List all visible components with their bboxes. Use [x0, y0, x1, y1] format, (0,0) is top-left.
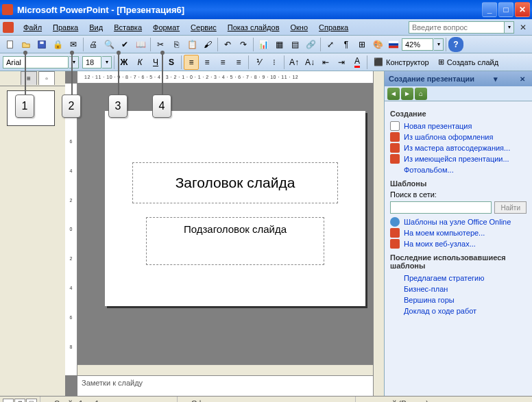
outline-tab[interactable]: ≡: [21, 71, 37, 85]
align-center-icon[interactable]: ≡: [200, 55, 215, 70]
align-left-icon[interactable]: ≡: [184, 55, 199, 70]
designer-button[interactable]: ⬛Конструктор: [370, 55, 433, 70]
tables-borders-icon[interactable]: ▤: [287, 37, 302, 52]
vertical-scrollbar[interactable]: [373, 71, 384, 396]
nav-back-icon[interactable]: ◄: [387, 88, 400, 100]
link-from-existing[interactable]: Из имеющейся презентации...: [390, 153, 527, 164]
slide-canvas[interactable]: Заголовок слайда Подзаголовок слайда: [105, 111, 365, 306]
new-slide-button[interactable]: ⊞Создать слайд: [434, 55, 503, 70]
align-right-icon[interactable]: ≡: [215, 55, 230, 70]
show-formatting-icon[interactable]: ¶: [339, 37, 354, 52]
recent-template-2[interactable]: Бизнес-план: [390, 284, 527, 294]
increase-indent-icon[interactable]: ⇥: [334, 55, 349, 70]
spelling-icon[interactable]: ✔: [117, 37, 132, 52]
font-name-input[interactable]: [3, 56, 69, 68]
cut-icon[interactable]: ✂: [153, 37, 168, 52]
increase-font-icon[interactable]: A↑: [287, 55, 302, 70]
section-recent: Последние использовавшиеся шаблоны: [390, 253, 527, 270]
chart-icon[interactable]: 📊: [256, 37, 271, 52]
slideshow-view-button[interactable]: ▤: [26, 399, 37, 403]
menu-format[interactable]: Формат: [147, 22, 185, 33]
callout-3: 3: [108, 95, 128, 118]
svg-rect-2: [40, 41, 43, 44]
minimize-button[interactable]: _: [482, 2, 497, 17]
font-color-icon[interactable]: A: [350, 55, 365, 70]
preview-icon[interactable]: 🔍: [101, 37, 117, 52]
subtitle-placeholder[interactable]: Подзаголовок слайда: [146, 217, 324, 265]
recent-template-4[interactable]: Доклад о ходе работ: [390, 305, 527, 316]
menu-view[interactable]: Вид: [84, 22, 108, 33]
slides-tab[interactable]: ▫: [38, 71, 55, 85]
ask-question-input[interactable]: [409, 21, 505, 34]
redo-icon[interactable]: ↷: [236, 37, 251, 52]
grid-icon[interactable]: ⊞: [354, 37, 370, 52]
link-office-online[interactable]: Шаблоны на узле Office Online: [390, 216, 527, 227]
menu-help[interactable]: Справка: [313, 22, 354, 33]
hyperlink-icon[interactable]: 🔗: [303, 37, 318, 52]
control-menu-icon[interactable]: [3, 22, 14, 33]
status-language[interactable]: русский (Россия): [355, 397, 442, 402]
open-icon[interactable]: [19, 37, 34, 52]
link-my-sites[interactable]: На моих веб-узлах...: [390, 238, 527, 249]
ask-dropdown[interactable]: ▾: [505, 21, 514, 34]
svg-rect-5: [389, 45, 398, 48]
recent-template-3[interactable]: Вершина горы: [390, 294, 527, 305]
italic-icon[interactable]: К: [132, 55, 147, 70]
menu-tools[interactable]: Сервис: [185, 22, 222, 33]
email-icon[interactable]: ✉: [66, 37, 81, 52]
format-painter-icon[interactable]: 🖌: [200, 37, 215, 52]
link-from-wizard[interactable]: Из мастера автосодержания...: [390, 142, 527, 153]
mdi-close-button[interactable]: ✕: [517, 23, 529, 32]
font-size-dropdown[interactable]: ▾: [102, 56, 112, 68]
numbering-icon[interactable]: ⅟: [251, 55, 266, 70]
expand-icon[interactable]: ⤢: [323, 37, 338, 52]
sorter-view-button[interactable]: ⊞: [14, 399, 25, 403]
print-icon[interactable]: 🖨: [86, 37, 101, 52]
help-icon[interactable]: ?: [448, 37, 463, 52]
existing-icon: [390, 154, 400, 164]
copy-icon[interactable]: ⎘: [169, 37, 184, 52]
decrease-indent-icon[interactable]: ⇤: [318, 55, 333, 70]
paste-icon[interactable]: 📋: [184, 37, 200, 52]
link-my-computer[interactable]: На моем компьютере...: [390, 227, 527, 238]
font-size-input[interactable]: [82, 56, 101, 68]
menu-file[interactable]: Файл: [18, 22, 47, 33]
menu-edit[interactable]: Правка: [47, 22, 84, 33]
undo-icon[interactable]: ↶: [220, 37, 235, 52]
task-pane-close-icon[interactable]: ✕: [517, 75, 528, 83]
normal-view-button[interactable]: ▭: [3, 399, 14, 403]
table-icon[interactable]: ▦: [271, 37, 287, 52]
zoom-dropdown[interactable]: ▾: [434, 38, 444, 51]
recent-template-1[interactable]: Предлагаем стратегию: [390, 273, 527, 284]
link-from-template[interactable]: Из шаблона оформления: [390, 131, 527, 142]
standard-toolbar: 🔒 ✉ 🖨 🔍 ✔ 📖 ✂ ⎘ 📋 🖌 ↶ ↷ 📊 ▦ ▤ 🔗 ⤢ ¶ ⊞ 🎨 …: [0, 36, 532, 53]
permission-icon[interactable]: 🔒: [50, 37, 65, 52]
underline-icon[interactable]: Ч: [148, 55, 163, 70]
flag-icon[interactable]: [386, 37, 401, 52]
research-icon[interactable]: 📖: [133, 37, 148, 52]
title-placeholder[interactable]: Заголовок слайда: [132, 162, 338, 203]
distributed-icon[interactable]: ≡: [231, 55, 246, 70]
save-icon[interactable]: [34, 37, 49, 52]
color-icon[interactable]: 🎨: [370, 37, 385, 52]
menu-insert[interactable]: Вставка: [108, 22, 147, 33]
menu-window[interactable]: Окно: [285, 22, 314, 33]
new-icon[interactable]: [3, 37, 18, 52]
shadow-icon[interactable]: S: [164, 55, 179, 70]
bullets-icon[interactable]: ⁝: [267, 55, 282, 70]
menu-slideshow[interactable]: Показ слайдов: [222, 22, 285, 33]
close-button[interactable]: ✕: [515, 2, 530, 17]
notes-pane[interactable]: Заметки к слайду: [77, 375, 373, 396]
template-search-input[interactable]: [390, 201, 492, 214]
template-search-button[interactable]: Найти: [494, 201, 527, 214]
link-photo-album[interactable]: Фотоальбом...: [390, 164, 527, 175]
task-pane-menu-icon[interactable]: ▾: [494, 75, 498, 84]
link-new-presentation[interactable]: Новая презентация: [390, 121, 527, 131]
zoom-input[interactable]: [402, 38, 433, 51]
horizontal-scrollbar[interactable]: [77, 364, 373, 375]
maximize-button[interactable]: □: [498, 2, 513, 17]
decrease-font-icon[interactable]: A↓: [302, 55, 317, 70]
window-title: Microsoft PowerPoint - [Презентация6]: [17, 5, 482, 15]
nav-home-icon[interactable]: ⌂: [415, 88, 427, 100]
nav-forward-icon[interactable]: ►: [401, 88, 413, 100]
